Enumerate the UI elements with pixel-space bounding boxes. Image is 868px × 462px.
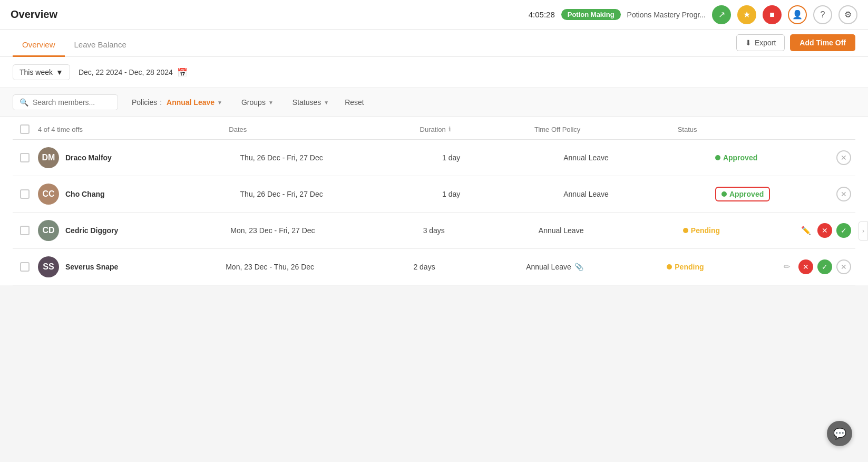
member-draco: DM Draco Malfoy — [38, 147, 240, 168]
policies-filter[interactable]: Policies : Annual Leave ▼ — [126, 95, 228, 110]
member-name-cedric: Cedric Diggory — [65, 226, 118, 235]
policies-chevron-icon: ▼ — [217, 100, 222, 105]
member-cho: CC Cho Chang — [38, 184, 240, 205]
status-cho: Approved — [715, 187, 836, 201]
member-severus: SS Severus Snape — [38, 256, 226, 277]
member-name-cho: Cho Chang — [65, 190, 105, 198]
export-icon: ⬇ — [745, 38, 752, 47]
stop-icon-btn[interactable]: ■ — [763, 5, 782, 24]
tab-bar: Overview Leave Balance ⬇ Export Add Time… — [0, 30, 868, 57]
edit-btn-cedric[interactable]: ✏️ — [798, 223, 813, 238]
active-badge[interactable]: Potion Making — [561, 9, 621, 20]
filter-colon: : — [160, 98, 164, 107]
member-cedric: CD Cedric Diggory — [38, 220, 230, 241]
header-checkbox-col — [13, 124, 38, 134]
groups-filter[interactable]: Groups ▼ — [236, 95, 279, 110]
export-button[interactable]: ⬇ Export — [736, 34, 785, 51]
search-wrap: 🔍 — [13, 94, 118, 110]
avatar-severus: SS — [38, 256, 59, 277]
duration-cedric: 3 days — [423, 226, 539, 235]
chevron-down-icon: ▼ — [56, 68, 63, 76]
actions-cho: ✕ — [836, 187, 855, 201]
status-dot-draco — [715, 155, 720, 160]
calendar-icon[interactable]: 📅 — [177, 68, 188, 78]
row-check-cedric — [13, 226, 38, 235]
count-text: 4 of 4 time offs — [38, 126, 83, 133]
status-dot-cho — [721, 191, 727, 197]
row-check-cho — [13, 189, 38, 199]
search-input[interactable] — [33, 98, 106, 107]
stop-icon: ■ — [769, 10, 775, 20]
add-time-off-button[interactable]: Add Time Off — [790, 34, 855, 51]
attachment-icon-severus[interactable]: 📎 — [574, 263, 583, 271]
dismiss-btn-cho[interactable]: ✕ — [836, 187, 851, 201]
header-time: 4:05:28 — [529, 10, 555, 19]
member-name-draco: Draco Malfoy — [65, 153, 112, 162]
duration-severus: 2 days — [413, 263, 526, 271]
policy-severus: Annual Leave 📎 — [526, 263, 667, 271]
checkbox-cedric[interactable] — [20, 226, 30, 235]
settings-icon-btn[interactable]: ⚙ — [838, 5, 857, 24]
status-dot-cedric — [683, 228, 688, 233]
approve-btn-severus[interactable]: ✓ — [817, 259, 832, 274]
actions-draco: ✕ — [836, 150, 855, 165]
deny-btn-severus[interactable]: ✕ — [798, 259, 813, 274]
page-title: Overview — [11, 8, 57, 21]
member-name-severus: Severus Snape — [65, 263, 118, 271]
header-right: 4:05:28 Potion Making Potions Mastery Pr… — [529, 5, 857, 24]
status-severus: Pending — [667, 263, 779, 271]
groups-chevron-icon: ▼ — [268, 100, 274, 105]
main-content: 4 of 4 time offs Dates Duration ℹ Time O… — [0, 117, 868, 285]
statuses-label: Statuses — [292, 98, 321, 107]
deny-btn-cedric[interactable]: ✕ — [817, 223, 832, 238]
policies-value: Annual Leave — [167, 98, 214, 107]
statuses-filter[interactable]: Statuses ▼ — [287, 95, 334, 110]
header-policy: Time Off Policy — [534, 126, 678, 133]
header-status: Status — [678, 126, 792, 133]
star-icon: ★ — [743, 9, 750, 20]
help-icon-btn[interactable]: ? — [813, 5, 832, 24]
checkbox-draco[interactable] — [20, 153, 30, 162]
tab-overview[interactable]: Overview — [13, 33, 65, 57]
select-all-checkbox[interactable] — [20, 124, 30, 134]
dismiss-btn-severus[interactable]: ✕ — [836, 259, 851, 274]
table-row: CD Cedric Diggory Mon, 23 Dec - Fri, 27 … — [13, 213, 855, 249]
groups-label: Groups — [241, 98, 266, 107]
table-row: SS Severus Snape Mon, 23 Dec - Thu, 26 D… — [13, 249, 855, 285]
reset-button[interactable]: Reset — [345, 98, 364, 107]
tab-leave-balance[interactable]: Leave Balance — [65, 33, 136, 57]
week-selector[interactable]: This week ▼ — [13, 64, 70, 80]
date-range-text: Dec, 22 2024 - Dec, 28 2024 — [79, 68, 173, 76]
row-check-severus — [13, 262, 38, 272]
date-range: Dec, 22 2024 - Dec, 28 2024 📅 — [79, 68, 188, 78]
approve-btn-cedric[interactable]: ✓ — [836, 223, 851, 238]
calls-icon-btn[interactable]: ↗ — [712, 5, 731, 24]
table-header: 4 of 4 time offs Dates Duration ℹ Time O… — [13, 117, 855, 140]
star-icon-btn[interactable]: ★ — [737, 5, 756, 24]
duration-draco: 1 day — [442, 153, 563, 162]
policy-cho: Annual Leave — [563, 190, 715, 198]
header-duration: Duration ℹ — [420, 126, 534, 133]
help-icon: ? — [821, 10, 825, 20]
header-count: 4 of 4 time offs — [38, 126, 229, 133]
tabs: Overview Leave Balance — [13, 30, 136, 56]
person-icon-btn[interactable]: 👤 — [788, 5, 807, 24]
sidebar-expand-arrow[interactable]: › — [859, 222, 868, 240]
header-dates: Dates — [229, 126, 420, 133]
toolbar: This week ▼ Dec, 22 2024 - Dec, 28 2024 … — [0, 57, 868, 88]
week-label: This week — [19, 68, 53, 76]
edit-btn-severus[interactable]: ✏ — [779, 259, 794, 274]
statuses-chevron-icon: ▼ — [324, 100, 329, 105]
policy-cedric: Annual Leave — [539, 226, 683, 235]
status-draco: Approved — [715, 153, 836, 162]
avatar-draco: DM — [38, 147, 59, 168]
avatar-cho: CC — [38, 184, 59, 205]
checkbox-severus[interactable] — [20, 262, 30, 272]
calls-icon: ↗ — [718, 9, 725, 20]
person-icon: 👤 — [792, 9, 803, 20]
checkbox-cho[interactable] — [20, 189, 30, 199]
duration-cho: 1 day — [442, 190, 563, 198]
dismiss-btn-draco[interactable]: ✕ — [836, 150, 851, 165]
duration-info-icon[interactable]: ℹ — [448, 126, 451, 133]
row-check-draco — [13, 153, 38, 162]
